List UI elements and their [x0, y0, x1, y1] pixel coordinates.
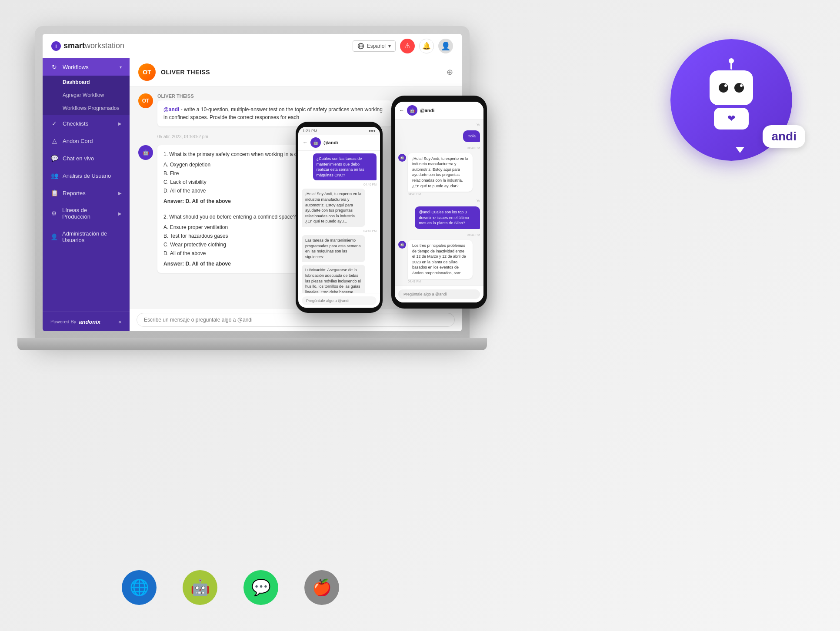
analisis-icon: 👥 — [50, 172, 58, 179]
sidebar-item-analisis[interactable]: 👥 Análisis de Usuario — [43, 167, 130, 184]
phone-right-input-area — [395, 286, 483, 302]
sidebar-item-workflows[interactable]: ↻ Workflows ▾ — [43, 58, 130, 76]
sidebar-label-checklists: Checklists — [63, 120, 88, 127]
lineas-icon: ⚙ — [50, 210, 58, 217]
sidebar-sub-dashboard[interactable]: Dashboard — [43, 76, 130, 89]
globe-icon — [357, 43, 364, 50]
user-message-avatar: OT — [138, 93, 153, 108]
sidebar-label-lineas: Líneas de Producción — [62, 207, 114, 220]
sidebar-item-admin[interactable]: 👤 Administración de Usuarios — [43, 225, 130, 249]
whatsapp-platform-icon: 💬 — [243, 570, 278, 605]
logo-icon: i — [51, 41, 61, 51]
checklists-arrow: ▶ — [118, 121, 122, 126]
language-selector[interactable]: Español ▾ — [353, 40, 396, 52]
user-avatar-emoji: 👤 — [441, 41, 450, 51]
logo-text: smartworkstation — [63, 41, 124, 50]
sidebar-item-chat[interactable]: 💬 Chat en vivo — [43, 149, 130, 167]
bell-button[interactable]: 🔔 — [419, 39, 434, 53]
phone-left-status-bar: 1:21 PM ●●● — [298, 127, 380, 135]
user-avatar[interactable]: 👤 — [438, 39, 453, 53]
pr-msg-me-2: @andi Cuales son los top 3 downtime issu… — [415, 206, 480, 229]
robot-character: ❤ — [710, 70, 753, 130]
sidebar-item-lineas[interactable]: ⚙ Líneas de Producción ▶ — [43, 202, 130, 225]
phone-left-time: 1:21 PM — [303, 129, 317, 133]
pr-bot-mini-1: 🤖 — [398, 154, 406, 162]
andi-label: andi — [763, 125, 805, 148]
message-timestamp: 05 abr. 2023, 01:58:52 pm — [157, 134, 208, 139]
ph-msg-bot-2: Las tareas de mantenimiento programadas … — [302, 235, 365, 262]
lineas-arrow: ▶ — [118, 211, 122, 216]
reportes-arrow: ▶ — [118, 191, 122, 196]
sidebar-item-checklists[interactable]: ✓ Checklists ▶ — [43, 115, 130, 132]
chat-header: OT OLIVER THEISS ⊕ — [130, 58, 462, 86]
chat-user-avatar: OT — [138, 63, 156, 81]
apple-icon-symbol: 🍎 — [312, 578, 332, 597]
phone-right-bot-name: @andi — [420, 108, 434, 113]
andonix-brand: andonix — [79, 319, 100, 325]
robot-body-icon: ❤ — [727, 113, 735, 124]
phone-right-back-icon[interactable]: ← — [399, 107, 404, 113]
add-participant-button[interactable]: ⊕ — [447, 67, 453, 77]
pr-msg-me-1: Hola — [463, 130, 480, 142]
sidebar-collapse-button[interactable]: « — [118, 318, 122, 325]
sidebar-footer: Powered By andonix « — [43, 312, 130, 331]
sidebar-label-admin: Administración de Usuarios — [62, 230, 122, 243]
programados-label: Workflows Programados — [63, 105, 120, 111]
reportes-icon: 📋 — [50, 189, 58, 196]
phone-right-bot-avatar: 🤖 — [407, 105, 417, 116]
logo-brand: smart — [63, 41, 85, 50]
andonix-label: andonix — [79, 319, 100, 325]
sidebar-item-andon[interactable]: △ Andon Cord — [43, 132, 130, 149]
admin-icon: 👤 — [50, 233, 58, 240]
ph-msg-bot-3: Lubricación: Asegurarse de la lubricació… — [302, 265, 365, 293]
sidebar-label-analisis: Análisis de Usuario — [63, 173, 111, 179]
message-sender: OLIVER THEISS — [157, 93, 392, 99]
sidebar-label-chat: Chat en vivo — [63, 155, 94, 162]
pr-bot-row-2: 🤖 Los tres principales problemas de tiem… — [398, 240, 480, 283]
workflows-icon: ↻ — [50, 63, 58, 70]
speech-tail — [736, 147, 744, 153]
chat-input-area — [130, 308, 462, 331]
sidebar-item-reportes[interactable]: 📋 Reportes ▶ — [43, 184, 130, 202]
web-icon-symbol: 🌐 — [130, 578, 149, 597]
platform-icons: 🌐 🤖 💬 🍎 — [122, 570, 339, 605]
app-header: i smartworkstation — [43, 34, 462, 58]
robot-body: ❤ — [714, 108, 749, 130]
dashboard-label: Dashboard — [63, 79, 90, 85]
robot-eye-right — [734, 83, 744, 93]
language-label: Español — [367, 43, 386, 49]
sidebar-label-andon: Andon Cord — [63, 138, 93, 144]
laptop-base — [17, 338, 487, 350]
chevron-down-icon: ▾ — [388, 43, 391, 49]
checklists-icon: ✓ — [50, 120, 58, 127]
scene: i smartworkstation — [0, 0, 840, 631]
apple-platform-icon: 🍎 — [304, 570, 339, 605]
sidebar: ↻ Workflows ▾ Dashboard Agregar Workflow — [43, 58, 130, 331]
alert-button[interactable]: ⚠ — [400, 39, 415, 53]
ph-msg-user-1: ¿Cuáles son las tareas de mantenimiento … — [313, 153, 377, 180]
powered-by-text: Powered By — [50, 319, 76, 324]
phone-right-screen: ← 🤖 @andi Yo Hola 04:40 PM 🤖 ¡Hola! Soy … — [395, 102, 483, 302]
logo-area: i smartworkstation — [51, 41, 124, 51]
andi-bubble: ❤ andi — [657, 26, 805, 174]
phone-left: 1:21 PM ●●● ← 🤖 @andi ¿Cuáles son las ta… — [296, 122, 383, 313]
pr-bot-mini-2: 🤖 — [398, 241, 406, 249]
phone-right-input[interactable] — [398, 289, 480, 299]
chat-user-name: OLIVER THEISS — [161, 69, 210, 76]
ph-timestamp-1: 04:40 PM — [302, 183, 377, 186]
phone-left-bot-name: @andi — [323, 140, 338, 145]
phone-left-input[interactable] — [302, 296, 377, 305]
sidebar-sub-programados[interactable]: Workflows Programados — [43, 102, 130, 115]
sidebar-sub-agregar[interactable]: Agregar Workflow — [43, 89, 130, 102]
pr-ts-2: 04:40 PM — [408, 193, 480, 196]
andi-mention: @andi — [163, 106, 179, 113]
phone-right-header: ← 🤖 @andi — [395, 102, 483, 120]
back-icon[interactable]: ← — [303, 139, 308, 146]
chat-input[interactable] — [137, 313, 455, 327]
andon-icon: △ — [50, 137, 58, 144]
logo-product: workstation — [85, 41, 124, 50]
phone-left-input-area — [298, 293, 380, 308]
sidebar-sub-workflows: Dashboard Agregar Workflow Workflows Pro… — [43, 76, 130, 115]
pr-ts-4: 04:41 PM — [408, 280, 480, 283]
web-platform-icon: 🌐 — [122, 570, 157, 605]
